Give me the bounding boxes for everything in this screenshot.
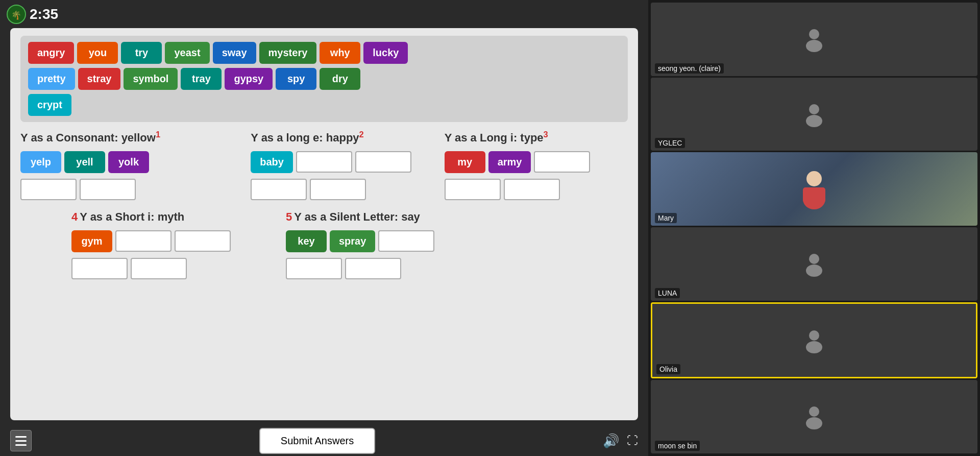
palm-tree-icon: 🌴	[6, 4, 27, 25]
cat5-title: Y as a Silent Letter: say	[294, 210, 420, 224]
word-btn-sway[interactable]: sway	[213, 42, 256, 64]
word-bank-row-1: angry you try yeast sway mystery why luc…	[28, 42, 620, 64]
word-btn-why[interactable]: why	[320, 42, 360, 64]
cat2-title: Y as a long e: happy2	[251, 130, 364, 145]
menu-button[interactable]	[10, 430, 32, 451]
participant-card-mary: Mary	[651, 152, 977, 226]
participant-name-yglec: YGLEC	[655, 138, 685, 148]
participant-card-luna: LUNA	[651, 227, 977, 301]
cat5-number: 5	[286, 210, 292, 224]
participant-name-olivia: Olivia	[656, 364, 680, 374]
svg-point-3	[806, 40, 822, 52]
cat2-answer-4[interactable]	[310, 179, 366, 200]
cat3-answer-3[interactable]	[504, 179, 560, 200]
person-silhouette	[801, 27, 827, 52]
game-container: angry you try yeast sway mystery why luc…	[10, 28, 638, 420]
cat1-answer-2[interactable]	[80, 179, 136, 200]
timer-display: 2:35	[30, 6, 58, 22]
participant-video-yglec	[651, 78, 977, 151]
participant-card-seong: seong yeon. (claire)	[651, 3, 977, 76]
cat5-answer-3[interactable]	[345, 258, 401, 279]
cat3-answer-1[interactable]	[534, 151, 590, 173]
cat3-number: 3	[544, 130, 548, 139]
word-bank-row-3: crypt	[28, 94, 620, 116]
cat2-answer-3[interactable]	[251, 179, 307, 200]
svg-point-13	[809, 406, 819, 417]
participant-video-olivia	[652, 304, 976, 377]
cat3-header: Y as a Long i: type3	[445, 130, 628, 149]
menu-line-3	[15, 444, 27, 446]
cat4-answer-2[interactable]	[175, 230, 231, 252]
svg-point-2	[809, 29, 819, 39]
menu-line-2	[15, 440, 27, 442]
participant-video-mary	[651, 152, 977, 226]
word-btn-you[interactable]: you	[77, 42, 118, 64]
placed-key[interactable]: key	[286, 230, 327, 252]
cat5-answer-2[interactable]	[286, 258, 342, 279]
top-bar: 🌴 2:35	[0, 0, 648, 28]
cat4-answer-1[interactable]	[115, 230, 172, 252]
cat2-answer-2[interactable]	[355, 151, 411, 173]
person-silhouette-luna	[801, 251, 827, 277]
placed-yell[interactable]: yell	[64, 151, 105, 173]
cat2-header: Y as a long e: happy2	[251, 130, 434, 149]
placed-baby[interactable]: baby	[251, 151, 293, 173]
cat4-answer-3[interactable]	[71, 258, 128, 279]
cat1-answer-1[interactable]	[20, 179, 77, 200]
cat4-title: Y as a Short i: myth	[80, 210, 184, 224]
word-btn-symbol[interactable]: symbol	[124, 68, 178, 90]
word-btn-lucky[interactable]: lucky	[363, 42, 408, 64]
participant-name-seong: seong yeon. (claire)	[655, 63, 724, 74]
person-silhouette-olivia	[801, 328, 827, 353]
word-btn-crypt[interactable]: crypt	[28, 94, 71, 116]
word-btn-angry[interactable]: angry	[28, 42, 74, 64]
word-btn-gypsy[interactable]: gypsy	[225, 68, 273, 90]
main-area: 🌴 2:35 angry you try yeast sway mystery …	[0, 0, 648, 456]
placed-gym[interactable]: gym	[71, 230, 112, 252]
cat5-answer-1[interactable]	[378, 230, 434, 252]
category-3: Y as a Long i: type3 my army	[445, 130, 628, 200]
cat3-answer-2[interactable]	[445, 179, 501, 200]
word-btn-mystery[interactable]: mystery	[259, 42, 317, 64]
svg-rect-8	[803, 187, 825, 203]
sidebar: seong yeon. (claire) YGLEC Mary	[648, 0, 980, 456]
person-silhouette-moon	[801, 404, 827, 429]
category-1: Y as a Consonant: yellow1 yelp yell yolk	[20, 130, 240, 200]
word-btn-spy[interactable]: spy	[276, 68, 316, 90]
placed-my[interactable]: my	[445, 151, 485, 173]
fullscreen-icon[interactable]: ⛶	[627, 434, 638, 447]
participant-video-luna	[651, 227, 977, 301]
svg-point-9	[809, 254, 819, 264]
svg-point-10	[806, 265, 822, 277]
participant-card-yglec: YGLEC	[651, 78, 977, 151]
placed-yelp[interactable]: yelp	[20, 151, 61, 173]
category-5: 5 Y as a Silent Letter: say key spray	[286, 210, 500, 279]
svg-point-6	[806, 171, 822, 186]
cat1-header: Y as a Consonant: yellow1	[20, 130, 240, 149]
word-btn-stray[interactable]: stray	[78, 68, 121, 90]
word-btn-pretty[interactable]: pretty	[28, 68, 75, 90]
cat4-number: 4	[71, 210, 78, 224]
cat4-answer-4[interactable]	[131, 258, 187, 279]
cat1-number: 1	[156, 130, 160, 139]
word-bank: angry you try yeast sway mystery why luc…	[20, 36, 628, 122]
placed-army[interactable]: army	[488, 151, 531, 173]
cat1-title: Y as a Consonant: yellow1	[20, 130, 160, 145]
placed-yolk[interactable]: yolk	[108, 151, 149, 173]
cat2-answer-1[interactable]	[296, 151, 352, 173]
placed-spray[interactable]: spray	[330, 230, 375, 252]
svg-point-4	[809, 104, 819, 114]
person-silhouette-yglec	[801, 102, 827, 127]
participant-card-moon: moon se bin	[651, 380, 977, 453]
category-2: Y as a long e: happy2 baby	[251, 130, 434, 200]
svg-point-14	[806, 417, 822, 429]
volume-icon[interactable]: 🔊	[603, 433, 619, 449]
participant-name-luna: LUNA	[655, 288, 680, 298]
word-btn-try[interactable]: try	[121, 42, 162, 64]
word-btn-dry[interactable]: dry	[320, 68, 360, 90]
submit-button[interactable]: Submit Answers	[259, 428, 375, 454]
participant-name-mary: Mary	[655, 213, 677, 223]
word-btn-tray[interactable]: tray	[181, 68, 222, 90]
word-btn-yeast[interactable]: yeast	[165, 42, 209, 64]
participant-card-olivia: Olivia	[651, 302, 977, 379]
